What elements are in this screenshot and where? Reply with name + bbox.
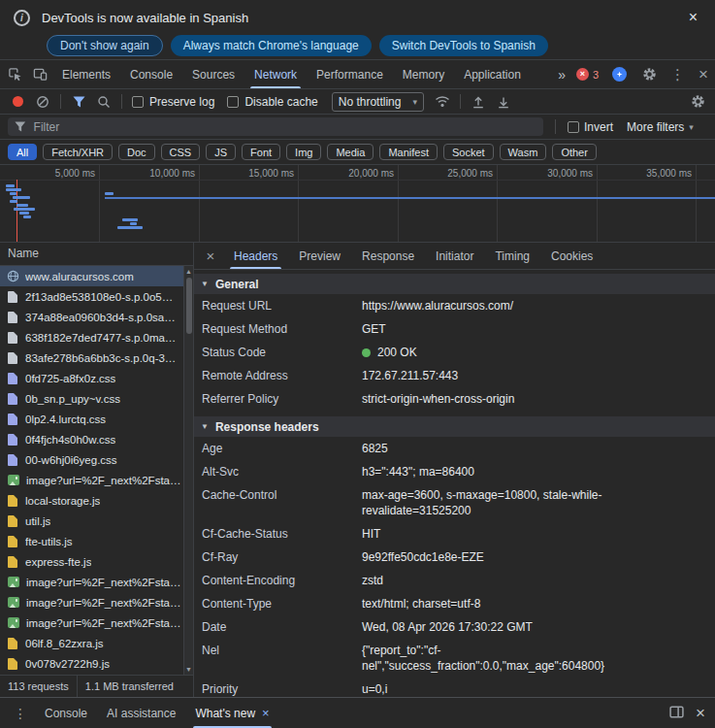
stylesheet-icon <box>8 454 17 466</box>
request-row[interactable]: 0lp2.4.lurctq.css <box>0 409 183 429</box>
kebab-menu-icon[interactable]: ⋮ <box>664 66 692 83</box>
request-row[interactable]: 374a88ea0960b3d4-s.p.0sa… <box>0 307 183 327</box>
drawer-kebab-menu-icon[interactable]: ⋮ <box>6 706 35 721</box>
filter-input-wrap[interactable] <box>8 117 543 136</box>
close-details-icon[interactable]: × <box>198 243 223 269</box>
response-headers-section-header[interactable]: ▼ Response headers <box>194 416 715 437</box>
tab-application[interactable]: Application <box>454 60 531 88</box>
tab-response[interactable]: Response <box>351 243 425 269</box>
request-row[interactable]: image?url=%2F_next%2Fsta… <box>0 612 183 633</box>
filter-chip-other[interactable]: Other <box>552 144 597 160</box>
inspect-element-icon[interactable] <box>2 60 27 88</box>
request-row[interactable]: image?url=%2F_next%2Fsta… <box>0 470 183 490</box>
general-section-header[interactable]: ▼ General <box>194 274 715 294</box>
filter-chip-js[interactable]: JS <box>206 144 236 160</box>
filter-chip-img[interactable]: Img <box>286 144 321 160</box>
filter-chip-socket[interactable]: Socket <box>443 144 494 160</box>
match-language-button[interactable]: Always match Chrome's language <box>171 35 372 56</box>
settings-gear-icon[interactable] <box>635 67 664 82</box>
import-har-icon[interactable] <box>467 91 490 113</box>
request-row[interactable]: util.js <box>0 511 183 531</box>
dock-side-icon[interactable] <box>669 706 684 721</box>
throttling-select[interactable]: No throttling ▾ <box>332 92 424 112</box>
close-whats-new-icon[interactable]: × <box>262 707 270 719</box>
tab-initiator[interactable]: Initiator <box>425 243 484 269</box>
filter-input[interactable] <box>32 119 536 135</box>
error-count-badge[interactable]: × 3 <box>571 68 603 81</box>
banner-title: DevTools is now available in Spanish <box>42 11 248 25</box>
request-row[interactable]: 06lf.8_62zxra.js <box>0 633 183 653</box>
tab-console[interactable]: Console <box>120 60 182 88</box>
network-activity-bar <box>10 192 16 195</box>
tab-network[interactable]: Network <box>244 60 307 88</box>
export-har-icon[interactable] <box>492 91 515 113</box>
request-row[interactable]: image?url=%2F_next%2Fsta… <box>0 572 183 592</box>
request-row[interactable]: image?url=%2F_next%2Fsta… <box>0 592 183 612</box>
drawer-tab-console[interactable]: Console <box>35 698 97 728</box>
tab-preview[interactable]: Preview <box>288 243 351 269</box>
filter-chip-media[interactable]: Media <box>327 144 374 160</box>
font-file-icon <box>8 312 17 323</box>
drawer-tab-whats-new[interactable]: What's new × <box>185 698 278 728</box>
dismiss-banner-button[interactable]: Don't show again <box>47 35 163 56</box>
request-row[interactable]: 0v078v2722h9.js <box>0 653 183 674</box>
disable-cache-toggle[interactable]: Disable cache <box>227 95 317 109</box>
tab-memory[interactable]: Memory <box>393 60 454 88</box>
device-toolbar-icon[interactable] <box>27 60 52 88</box>
close-drawer-icon[interactable]: × <box>696 705 705 721</box>
tab-elements[interactable]: Elements <box>52 60 120 88</box>
preserve-log-toggle[interactable]: Preserve log <box>132 95 214 109</box>
request-row[interactable]: 0b_sn.p_upy~v.css <box>0 388 183 409</box>
clear-log-icon[interactable] <box>31 91 54 113</box>
filter-chip-all[interactable]: All <box>8 144 37 160</box>
tick-label: 10,000 ms <box>127 168 195 179</box>
divider <box>555 119 556 134</box>
devtools-window: i DevTools is now available in Spanish ×… <box>0 0 715 728</box>
request-row[interactable]: local-storage.js <box>0 490 183 511</box>
request-row[interactable]: 83afe278b6a6bb3c-s.p.0q-3… <box>0 347 183 368</box>
issues-icon[interactable] <box>612 67 627 82</box>
request-list-pane: Name www.aluracursos.com 2f13ad8e538108e… <box>0 243 194 697</box>
tab-sources[interactable]: Sources <box>182 60 244 88</box>
header-row: Request URL https://www.aluracursos.com/ <box>194 294 715 317</box>
request-row[interactable]: 0fd725-a8fx0z.css <box>0 368 183 388</box>
tab-performance[interactable]: Performance <box>307 60 393 88</box>
invert-toggle[interactable]: Invert <box>568 120 613 134</box>
request-row[interactable]: www.aluracursos.com <box>0 266 183 286</box>
header-row: Content-Type text/html; charset=utf-8 <box>194 592 715 615</box>
more-tabs-icon[interactable]: » <box>552 67 571 83</box>
filter-chip-fetch-xhr[interactable]: Fetch/XHR <box>43 144 113 160</box>
request-row[interactable]: express-fte.js <box>0 551 183 572</box>
filter-chip-doc[interactable]: Doc <box>118 144 155 160</box>
network-settings-gear-icon[interactable] <box>686 91 709 113</box>
drawer-tab-ai-assistance[interactable]: AI assistance <box>97 698 185 728</box>
switch-spanish-button[interactable]: Switch DevTools to Spanish <box>379 35 548 56</box>
filter-chip-wasm[interactable]: Wasm <box>500 144 547 160</box>
tab-headers[interactable]: Headers <box>223 243 288 269</box>
request-row[interactable]: 2f13ad8e538108e0-s.p.0o5… <box>0 286 183 307</box>
close-devtools-icon[interactable]: × <box>692 65 715 84</box>
tick-label: 5,000 ms <box>27 168 95 179</box>
request-row[interactable]: 638f182e7ded7477-s.p.0ma… <box>0 327 183 347</box>
filter-toggle-icon[interactable] <box>67 91 90 113</box>
name-column-header[interactable]: Name <box>0 243 193 266</box>
filter-chip-font[interactable]: Font <box>242 144 280 160</box>
tab-timing[interactable]: Timing <box>484 243 540 269</box>
request-row[interactable]: fte-utils.js <box>0 531 183 551</box>
network-conditions-icon[interactable] <box>431 91 454 113</box>
network-overview-timeline[interactable]: 5,000 ms 10,000 ms 15,000 ms 20,000 ms 2… <box>0 165 715 243</box>
scrollbar-thumb[interactable] <box>186 278 192 334</box>
filter-chip-manifest[interactable]: Manifest <box>379 144 438 160</box>
scroll-up-icon[interactable]: ▲ <box>184 266 193 277</box>
more-filters-button[interactable]: More filters ▾ <box>627 120 694 134</box>
scroll-down-icon[interactable]: ▼ <box>184 664 193 675</box>
banner-close-icon[interactable]: × <box>681 10 705 25</box>
search-icon[interactable] <box>92 91 115 113</box>
request-details-pane: × Headers Preview Response Initiator Tim… <box>194 243 715 697</box>
network-activity-bar <box>19 212 29 215</box>
request-row[interactable]: 0f4fjch4s0h0w.css <box>0 429 183 449</box>
request-row[interactable]: 00-w6hj0i6yeg.css <box>0 449 183 470</box>
filter-chip-css[interactable]: CSS <box>161 144 201 160</box>
record-button[interactable] <box>6 91 29 113</box>
tab-cookies[interactable]: Cookies <box>540 243 603 269</box>
